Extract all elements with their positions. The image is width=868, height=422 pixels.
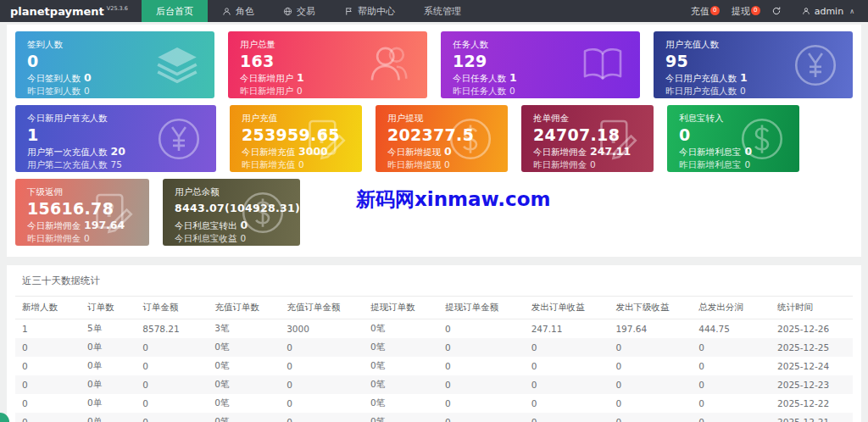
table-cell: 2025-12-22 (771, 394, 853, 413)
table-cell: 2025-12-23 (771, 375, 853, 394)
table-cell: 0 (280, 413, 364, 422)
nav-item-label: 角色 (236, 5, 254, 18)
card-subline-label: 今日用户充值人数 (665, 73, 737, 83)
card-subline-value: 1 (297, 71, 304, 84)
table-cell: 0 (525, 375, 609, 394)
card-subline-label: 昨日签到人数 (27, 86, 81, 96)
table-cell: 0笔 (208, 394, 280, 413)
card-subline-label: 今日新增利息宝 (679, 147, 742, 157)
table-cell: 0单 (81, 375, 136, 394)
card-subline-label: 昨日新增提现 (387, 159, 441, 169)
recharge-label: 充值 (691, 6, 709, 17)
card-subline-value: 0 (509, 86, 515, 96)
card-subline-label: 今日利息宝转出 (175, 220, 237, 230)
withdraw-label: 提现 (732, 6, 750, 17)
table-row: 00单00笔00笔00002025-12-22 (15, 394, 853, 413)
svg-text:?: ? (609, 127, 619, 147)
recharge-button[interactable]: 充值 0 (680, 5, 721, 18)
table-cell: 3笔 (208, 319, 280, 339)
table-cell: 0 (280, 394, 364, 413)
table-cell: 2025-12-26 (771, 319, 853, 339)
table-cell: 247.11 (525, 319, 609, 339)
stat-card: 利息宝转入0今日新增利息宝0昨日新增利息宝0 (667, 105, 799, 172)
table-cell: 0 (692, 394, 771, 413)
table-cell: 0 (15, 338, 81, 357)
table-cell: 0 (136, 338, 208, 357)
table-column-header: 提现订单金额 (438, 297, 525, 319)
table-header-row: 新增人数订单数订单金额充值订单数充值订单金额提现订单数提现订单金额发出订单收益发… (15, 297, 853, 319)
card-subline-value: 1 (509, 71, 517, 84)
table-cell: 0 (438, 357, 525, 375)
card-subline-value: 0 (84, 86, 90, 96)
table-body: 15单8578.213笔30000笔0247.11197.64444.75202… (15, 319, 853, 422)
card-subline-label: 昨日新增利息宝 (679, 159, 742, 169)
table-cell: 0单 (81, 394, 136, 413)
card-subline-label: 昨日用户充值人数 (665, 86, 737, 96)
table-cell: 3000 (280, 319, 364, 339)
table-cell: 2025-12-24 (771, 357, 853, 375)
table-cell: 0 (438, 319, 525, 339)
nav-item[interactable]: 角色 (208, 0, 269, 22)
table-cell: 0笔 (208, 375, 280, 394)
table-cell: 0 (136, 375, 208, 394)
withdraw-button[interactable]: 提现 0 (721, 5, 761, 18)
user-menu[interactable]: admin ∧ (792, 6, 868, 17)
table-cell: 0 (136, 357, 208, 375)
card-subline-label: 昨日新增佣金 (27, 233, 81, 243)
table-cell: 0 (280, 338, 364, 357)
table-cell: 0单 (81, 338, 136, 357)
table-cell: 5单 (81, 319, 136, 339)
stat-card: 签到人数0今日签到人数0昨日签到人数0 (15, 31, 214, 98)
nav-item[interactable]: 系统管理 (409, 0, 476, 22)
stat-card: 抢单佣金24707.18今日新增佣金247.11昨日新增佣金0? (521, 105, 654, 172)
table-cell: 0 (15, 357, 81, 375)
nav-item-label: 后台首页 (156, 5, 193, 18)
recharge-badge: 0 (710, 6, 720, 15)
card-subline-label: 昨日新增用户 (240, 86, 293, 96)
dollar-icon (447, 115, 494, 163)
table-cell: 0 (280, 357, 364, 375)
card-subline-label: 昨日任务人数 (453, 86, 506, 96)
nav-item[interactable]: 交易 (269, 0, 330, 22)
table-cell: 0笔 (364, 375, 438, 394)
table-cell: 0 (609, 375, 692, 394)
table-cell: 0单 (81, 413, 136, 422)
table-column-header: 充值订单数 (208, 297, 280, 319)
globe-icon (283, 7, 292, 16)
stat-card: 用户提现202377.5今日新增提现0昨日新增提现0 (376, 105, 508, 172)
table-row: 00单00笔00笔00002025-12-23 (15, 375, 853, 394)
table-cell: 0 (609, 413, 692, 422)
card-subline-value: 1 (740, 71, 748, 84)
table-cell: 0 (692, 357, 771, 375)
table-cell: 0单 (81, 357, 136, 375)
withdraw-badge: 0 (751, 6, 760, 15)
table-column-header: 订单金额 (136, 297, 208, 319)
nav-item[interactable]: 后台首页 (142, 0, 208, 22)
table-cell: 0 (609, 357, 692, 375)
card-subline-label: 今日新增佣金 (27, 220, 81, 230)
stat-card: 下级返佣15616.78今日新增佣金197.64昨日新增佣金0? (15, 179, 149, 246)
table-cell: 0笔 (364, 413, 438, 422)
table-cell: 197.64 (609, 319, 692, 339)
table-column-header: 订单数 (81, 297, 136, 319)
yen-icon (155, 115, 203, 163)
table-cell: 2025-12-25 (771, 338, 853, 357)
nav-item[interactable]: 帮助中心 (330, 0, 409, 22)
table-cell: 0 (525, 357, 609, 375)
card-subline-label: 用户第二次充值人数 (27, 159, 108, 169)
stat-card: 用户充值人数95今日用户充值人数1昨日用户充值人数0 (654, 31, 853, 98)
svg-text:?: ? (104, 201, 114, 221)
card-subline-value: 75 (111, 159, 122, 169)
table-cell: 0 (692, 338, 771, 357)
watermark: 新码网xinmaw.com (356, 186, 551, 213)
person-icon (222, 7, 231, 16)
table-cell: 0笔 (208, 338, 280, 357)
refresh-icon[interactable] (761, 6, 792, 16)
table-cell: 0 (609, 338, 692, 357)
stat-card: 用户总量163今日新增用户1昨日新增用户0 (228, 31, 427, 98)
topbar-right: 充值 0 提现 0 admin ∧ (680, 0, 868, 22)
table-cell: 0 (438, 413, 525, 422)
svg-text:?: ? (317, 127, 327, 147)
table-column-header: 新增人数 (15, 297, 81, 319)
table-cell: 8578.21 (136, 319, 208, 339)
